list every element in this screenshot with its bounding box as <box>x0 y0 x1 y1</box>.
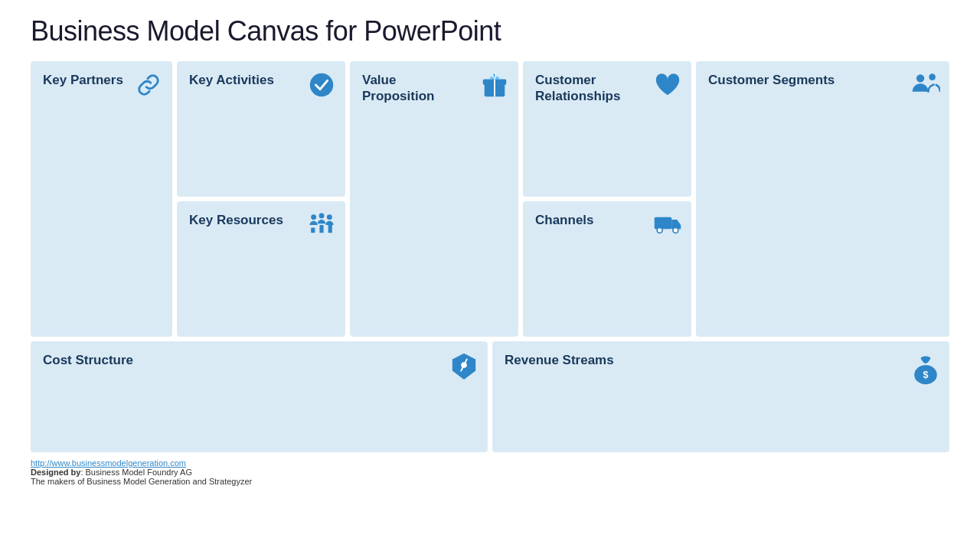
svg-point-10 <box>657 227 662 233</box>
cell-cost-structure: Cost Structure <box>31 341 488 452</box>
channels-label: Channels <box>535 212 645 228</box>
cell-customer-segments: Customer Segments <box>696 61 949 337</box>
key-resources-label: Key Resources <box>189 212 299 228</box>
link-icon <box>134 70 163 99</box>
cell-customer-relationships: Customer Relationships <box>523 61 691 197</box>
svg-rect-5 <box>319 225 323 233</box>
customer-segments-label: Customer Segments <box>708 72 881 88</box>
svg-point-2 <box>319 213 325 218</box>
cost-structure-label: Cost Structure <box>43 352 368 368</box>
canvas-bottom-row: Cost Structure Revenue Streams $ <box>31 341 949 452</box>
footer-makers: The makers of Business Model Generation … <box>31 477 252 486</box>
cell-key-resources: Key Resources <box>177 201 345 337</box>
svg-point-11 <box>673 227 678 233</box>
cell-value-proposition: Value Proposition <box>350 61 518 337</box>
key-activities-label: Key Activities <box>189 72 299 88</box>
value-proposition-label: Value Proposition <box>362 72 472 105</box>
cell-channels: Channels <box>523 201 691 337</box>
svg-point-3 <box>327 214 332 220</box>
customer-relationships-label: Customer Relationships <box>535 72 645 105</box>
svg-rect-6 <box>328 223 332 233</box>
footer-url[interactable]: http://www.businessmodelgeneration.com <box>31 458 186 468</box>
heart-icon <box>653 70 682 99</box>
users-icon <box>911 70 940 99</box>
svg-point-0 <box>310 73 333 96</box>
svg-point-13 <box>929 73 936 80</box>
svg-text:$: $ <box>923 370 928 380</box>
people-chart-icon <box>307 210 336 240</box>
svg-rect-4 <box>311 227 315 233</box>
svg-point-12 <box>916 74 924 82</box>
canvas-grid: Key Partners Key Activities <box>31 61 949 452</box>
gift-icon <box>480 70 509 99</box>
revenue-streams-label: Revenue Streams <box>505 352 830 368</box>
key-partners-label: Key Partners <box>43 72 132 88</box>
svg-rect-9 <box>655 217 671 230</box>
truck-icon <box>653 210 682 240</box>
cell-activities-resources-group: Key Activities Key Resources <box>177 61 345 337</box>
cell-key-activities: Key Activities <box>177 61 345 197</box>
cell-revenue-streams: Revenue Streams $ <box>492 341 949 452</box>
tag-icon <box>449 350 479 380</box>
canvas-top-row: Key Partners Key Activities <box>31 61 949 337</box>
footer: http://www.businessmodelgeneration.com D… <box>31 458 949 486</box>
money-bag-icon: $ <box>911 350 940 380</box>
footer-designed-label: Designed by <box>31 468 80 477</box>
check-circle-icon <box>307 70 336 99</box>
page-title: Business Model Canvas for PowerPoint <box>31 15 949 47</box>
footer-designed-by: Business Model Foundry AG <box>86 468 192 477</box>
cell-key-partners: Key Partners <box>31 61 172 337</box>
cell-customer-group: Customer Relationships Channels <box>523 61 691 337</box>
svg-point-1 <box>311 214 316 220</box>
